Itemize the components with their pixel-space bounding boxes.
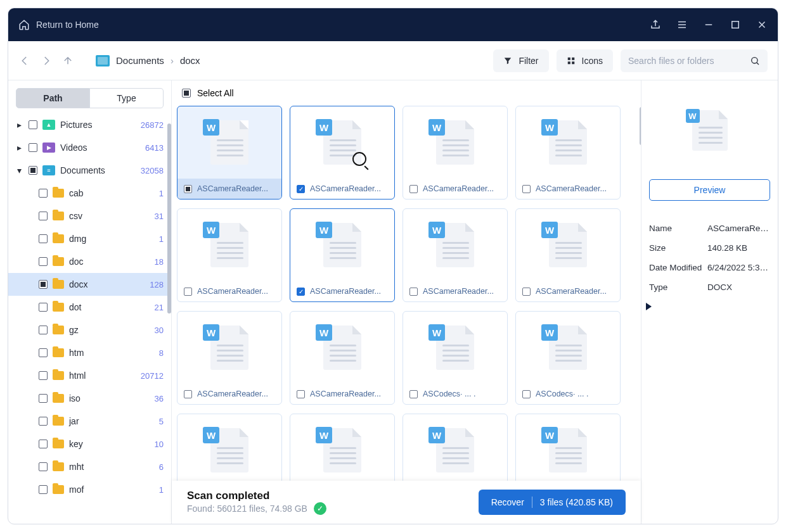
magnify-icon <box>352 152 366 166</box>
file-card[interactable]: WASCameraReader... <box>290 208 395 302</box>
sidebar-item-doc[interactable]: doc18 <box>8 250 171 273</box>
recover-button[interactable]: Recover 3 files (420.85 KB) <box>479 490 626 515</box>
file-checkbox[interactable] <box>297 288 305 296</box>
checkbox[interactable] <box>39 212 48 220</box>
sidebar-item-mht[interactable]: mht6 <box>8 455 171 478</box>
tab-path[interactable]: Path <box>16 88 90 108</box>
checkbox[interactable] <box>39 303 48 312</box>
breadcrumb[interactable]: Documents › docx <box>96 55 200 66</box>
preview-button[interactable]: Preview <box>649 179 770 201</box>
count-badge: 1 <box>159 485 164 495</box>
docx-badge-icon: W <box>428 427 445 443</box>
sidebar-item-dmg[interactable]: dmg1 <box>8 227 171 250</box>
sidebar-item-cab[interactable]: cab1 <box>8 182 171 205</box>
sidebar-item-videos[interactable]: ▸ ▶ Videos 6413 <box>8 136 171 159</box>
sidebar-item-jar[interactable]: jar5 <box>8 410 171 433</box>
file-footer: ASCameraReader... <box>516 281 620 301</box>
menu-icon[interactable] <box>676 19 688 30</box>
toolbar: Documents › docx Filter Icons <box>8 41 778 80</box>
file-checkbox[interactable] <box>409 390 418 398</box>
file-card[interactable]: W <box>515 414 621 481</box>
sidebar-item-gz[interactable]: gz30 <box>8 319 171 341</box>
folder-icon <box>96 55 110 66</box>
sidebar-item-documents[interactable]: ▾ ≡ Documents 32058 <box>8 159 171 182</box>
checkbox[interactable] <box>39 417 48 426</box>
file-card[interactable]: WASCodecs· ... . <box>515 311 621 405</box>
file-card[interactable]: WASCameraReader... <box>177 106 282 200</box>
file-card[interactable]: WASCameraReader... <box>403 208 508 302</box>
file-card[interactable]: WASCameraReader... <box>177 208 282 302</box>
close-icon[interactable] <box>756 19 768 30</box>
checkbox[interactable] <box>39 257 48 266</box>
file-card[interactable]: WASCameraReader... <box>177 311 282 405</box>
sidebar-item-key[interactable]: key10 <box>8 433 171 455</box>
file-checkbox[interactable] <box>297 185 305 193</box>
checkbox[interactable] <box>29 143 37 152</box>
file-card[interactable]: WASCameraReader... <box>403 106 508 200</box>
grid-scrollbar[interactable] <box>640 107 641 145</box>
file-name: ASCameraReader... <box>310 390 388 398</box>
file-card[interactable]: W <box>403 414 508 481</box>
file-card[interactable]: WASCameraReader... <box>515 106 621 200</box>
tab-type[interactable]: Type <box>90 88 164 108</box>
file-card[interactable]: WASCodecs· ... . <box>403 311 508 405</box>
checkbox[interactable] <box>29 166 37 175</box>
sidebar-item-pictures[interactable]: ▸ ▲ Pictures 26872 <box>8 113 171 136</box>
file-card[interactable]: WASCameraReader... <box>290 311 395 405</box>
select-all-checkbox[interactable] <box>182 89 191 98</box>
file-checkbox[interactable] <box>184 185 192 193</box>
sidebar-item-label: mht <box>69 462 84 472</box>
file-checkbox[interactable] <box>184 288 192 296</box>
file-checkbox[interactable] <box>184 390 192 398</box>
checkbox[interactable] <box>39 440 48 448</box>
sidebar-item-htm[interactable]: htm8 <box>8 341 171 364</box>
sidebar-item-label: Videos <box>60 142 87 153</box>
home-icon <box>18 19 30 30</box>
maximize-icon[interactable] <box>730 19 741 30</box>
search-input-wrapper[interactable] <box>621 49 768 72</box>
return-home-button[interactable]: Return to Home <box>18 19 99 30</box>
file-checkbox[interactable] <box>522 288 531 296</box>
file-card[interactable]: WASCameraReader... <box>290 106 395 200</box>
count-badge: 6 <box>159 462 164 472</box>
file-checkbox[interactable] <box>297 390 305 398</box>
file-checkbox[interactable] <box>409 288 418 296</box>
file-checkbox[interactable] <box>409 185 418 193</box>
sidebar-item-docx[interactable]: docx128 <box>8 273 171 296</box>
file-card[interactable]: WASCameraReader... <box>515 208 621 302</box>
panel-collapse-icon[interactable] <box>646 303 652 310</box>
sidebar-item-dot[interactable]: dot21 <box>8 296 171 319</box>
file-checkbox[interactable] <box>522 185 531 193</box>
checkbox[interactable] <box>39 234 48 243</box>
checkbox[interactable] <box>39 348 48 357</box>
checkbox[interactable] <box>39 485 48 494</box>
sidebar-item-iso[interactable]: iso36 <box>8 387 171 410</box>
checkbox[interactable] <box>39 394 48 403</box>
file-card[interactable]: W <box>290 414 395 481</box>
checkbox[interactable] <box>39 189 48 198</box>
file-card[interactable]: W <box>177 414 282 481</box>
nav-back-icon[interactable] <box>18 54 31 67</box>
checkbox[interactable] <box>29 120 37 129</box>
minimize-icon[interactable] <box>703 19 714 30</box>
nav-forward-icon[interactable] <box>40 54 53 67</box>
sidebar-item-csv[interactable]: csv31 <box>8 205 171 227</box>
view-button[interactable]: Icons <box>557 49 613 72</box>
file-checkbox[interactable] <box>522 390 531 398</box>
checkbox[interactable] <box>39 371 48 380</box>
share-icon[interactable] <box>650 19 661 30</box>
select-all-row[interactable]: Select All <box>172 80 641 106</box>
nav-up-icon[interactable] <box>61 54 74 67</box>
folder-icon <box>53 485 64 494</box>
recover-label: Recover <box>491 497 524 507</box>
sidebar-scrollbar[interactable] <box>167 124 171 314</box>
sidebar-item-label: Documents <box>60 165 105 175</box>
search-input[interactable] <box>628 56 745 66</box>
docx-badge-icon: W <box>428 324 445 341</box>
sidebar-item-mof[interactable]: mof1 <box>8 478 171 501</box>
filter-button[interactable]: Filter <box>493 49 548 72</box>
checkbox[interactable] <box>39 280 48 289</box>
sidebar-item-html[interactable]: html20712 <box>8 364 171 387</box>
checkbox[interactable] <box>39 326 48 334</box>
checkbox[interactable] <box>39 462 48 471</box>
